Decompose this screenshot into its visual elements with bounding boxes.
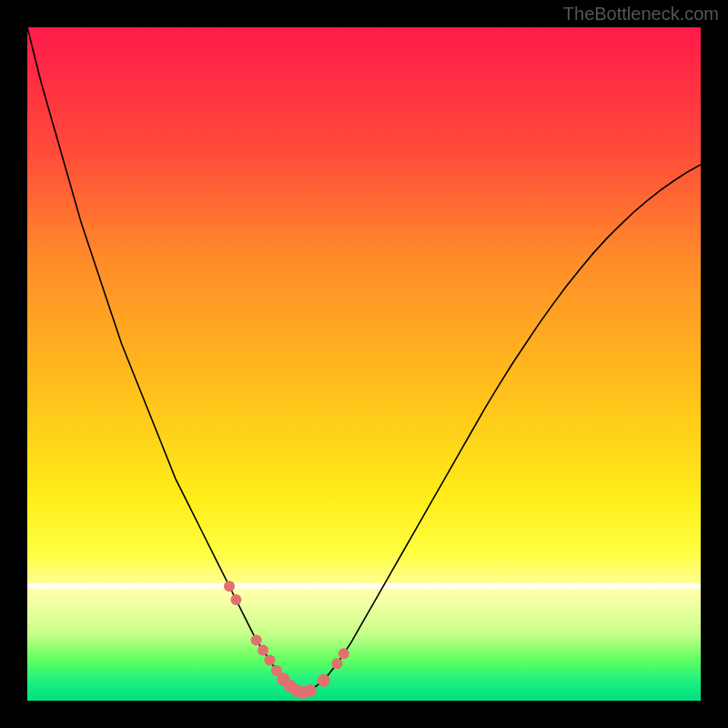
highlight-band (27, 583, 701, 589)
curve-marker (224, 581, 235, 592)
curve-marker (271, 665, 282, 676)
curve-marker (297, 686, 309, 699)
chart-frame: TheBottleneck.com (0, 0, 728, 728)
watermark-text: TheBottleneck.com (563, 4, 719, 25)
curve-marker (284, 680, 297, 693)
bottleneck-curve (27, 27, 701, 693)
curve-marker (277, 672, 289, 685)
chart-svg (27, 27, 701, 701)
curve-marker (264, 655, 275, 666)
curve-marker (339, 648, 349, 659)
curve-marker (258, 645, 268, 656)
curve-marker (230, 594, 241, 605)
curve-marker (290, 684, 303, 697)
markers-group (224, 581, 349, 699)
curve-marker (251, 634, 262, 645)
curve-marker (318, 674, 330, 687)
curve-marker (304, 684, 317, 697)
curve-marker (331, 658, 342, 669)
plot-area (27, 27, 701, 701)
